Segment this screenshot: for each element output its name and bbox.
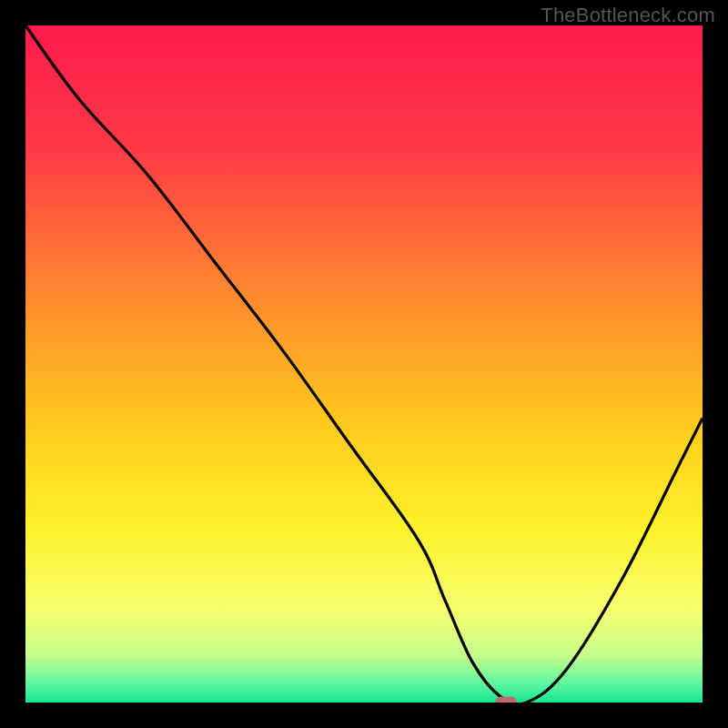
watermark-text: TheBottleneck.com [541, 4, 715, 27]
chart-container: TheBottleneck.com [0, 0, 728, 728]
optimal-marker [495, 697, 517, 703]
plot-area [25, 25, 703, 703]
bottleneck-curve [25, 25, 703, 703]
curve-path [25, 25, 703, 703]
plot-frame [25, 25, 703, 703]
